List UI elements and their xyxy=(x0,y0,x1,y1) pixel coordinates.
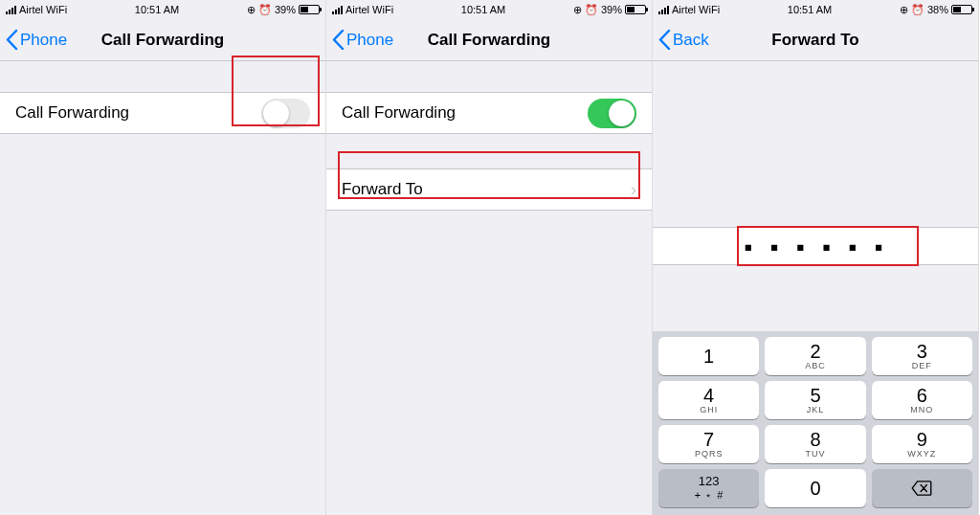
chevron-left-icon xyxy=(332,30,345,50)
nav-title: Call Forwarding xyxy=(101,31,224,50)
key-6[interactable]: 6MNO xyxy=(872,381,972,419)
back-label: Phone xyxy=(346,31,393,50)
back-label: Back xyxy=(673,31,709,50)
forward-to-label: Forward To xyxy=(342,180,423,199)
key-4[interactable]: 4GHI xyxy=(658,381,759,419)
carrier-label: Airtel WiFi xyxy=(345,4,393,15)
alarm-icon: ⊕ ⏰ xyxy=(900,4,924,16)
time-label: 10:51 AM xyxy=(788,4,832,15)
call-forwarding-toggle[interactable] xyxy=(588,99,636,128)
time-label: 10:51 AM xyxy=(461,4,505,15)
key-mode[interactable]: 123 + ﹡ # xyxy=(658,469,759,507)
nav-bar: Phone Call Forwarding xyxy=(326,19,652,61)
signal-icon xyxy=(332,6,343,14)
key-0[interactable]: 0 xyxy=(765,469,865,507)
chevron-left-icon xyxy=(658,30,671,50)
key-5[interactable]: 5JKL xyxy=(765,381,865,419)
battery-percent: 38% xyxy=(927,4,948,15)
key-8[interactable]: 8TUV xyxy=(765,425,865,463)
back-label: Phone xyxy=(20,31,67,50)
carrier-label: Airtel WiFi xyxy=(19,4,67,15)
call-forwarding-label: Call Forwarding xyxy=(342,103,456,123)
key-1[interactable]: 1 xyxy=(658,337,759,375)
back-button[interactable]: Phone xyxy=(6,30,67,50)
call-forwarding-label: Call Forwarding xyxy=(15,103,129,123)
key-2[interactable]: 2ABC xyxy=(765,337,865,375)
status-bar: Airtel WiFi 10:51 AM ⊕ ⏰ 39% xyxy=(326,0,652,19)
call-forwarding-row: Call Forwarding xyxy=(0,92,325,134)
nav-title: Call Forwarding xyxy=(428,31,550,50)
signal-icon xyxy=(6,6,16,14)
numeric-keypad: 1 2ABC 3DEF 4GHI 5JKL 6MNO 7PQRS 8TUV 9W… xyxy=(653,331,978,515)
battery-icon xyxy=(951,5,972,14)
carrier-label: Airtel WiFi xyxy=(672,4,720,15)
phone-number-input[interactable]: ▪ ▪ ▪ ▪ ▪ ▪ xyxy=(653,227,978,265)
key-delete[interactable] xyxy=(872,469,972,507)
key-9[interactable]: 9WXYZ xyxy=(872,425,972,463)
key-3[interactable]: 3DEF xyxy=(872,337,972,375)
screen-call-forwarding-off: Airtel WiFi 10:51 AM ⊕ ⏰ 39% Phone Call … xyxy=(0,0,326,515)
battery-icon xyxy=(299,5,320,14)
status-bar: Airtel WiFi 10:51 AM ⊕ ⏰ 39% xyxy=(0,0,325,19)
time-label: 10:51 AM xyxy=(135,4,179,15)
call-forwarding-row: Call Forwarding xyxy=(326,92,652,134)
back-button[interactable]: Back xyxy=(658,30,709,50)
back-button[interactable]: Phone xyxy=(332,30,393,50)
signal-icon xyxy=(658,6,669,14)
chevron-left-icon xyxy=(6,30,18,50)
alarm-icon: ⊕ ⏰ xyxy=(247,4,272,16)
backspace-icon xyxy=(911,481,932,496)
battery-percent: 39% xyxy=(601,4,622,15)
alarm-icon: ⊕ ⏰ xyxy=(573,4,598,16)
call-forwarding-toggle[interactable] xyxy=(261,99,310,128)
nav-bar: Back Forward To xyxy=(653,19,978,61)
phone-number-value: ▪ ▪ ▪ ▪ ▪ ▪ xyxy=(744,237,887,256)
screen-call-forwarding-on: Airtel WiFi 10:51 AM ⊕ ⏰ 39% Phone Call … xyxy=(326,0,653,515)
status-bar: Airtel WiFi 10:51 AM ⊕ ⏰ 38% xyxy=(653,0,978,19)
key-7[interactable]: 7PQRS xyxy=(658,425,759,463)
nav-bar: Phone Call Forwarding xyxy=(0,19,325,61)
nav-title: Forward To xyxy=(771,31,858,50)
battery-percent: 39% xyxy=(275,4,296,15)
screen-forward-to-input: Airtel WiFi 10:51 AM ⊕ ⏰ 38% Back Forwar… xyxy=(653,0,979,515)
battery-icon xyxy=(625,5,646,14)
chevron-right-icon: › xyxy=(631,180,636,200)
forward-to-row[interactable]: Forward To › xyxy=(326,168,652,211)
